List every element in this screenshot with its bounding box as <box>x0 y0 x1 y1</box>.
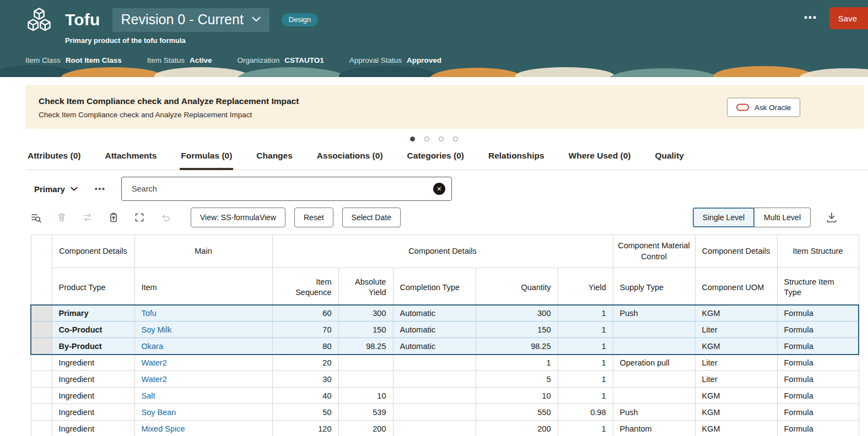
cell-item_sequence: 120 <box>272 421 338 436</box>
ask-oracle-button[interactable]: Ask Oracle <box>727 97 800 117</box>
carousel-dot-2[interactable] <box>424 137 429 141</box>
cell-item: Tofu <box>134 305 272 321</box>
cell-completion_type <box>393 355 476 371</box>
row-selector[interactable] <box>31 305 52 321</box>
revision-selector[interactable]: Revision 0 - Current <box>112 8 269 32</box>
tab-attachments[interactable]: Attachments <box>104 151 158 170</box>
table-row[interactable]: Co-ProductSoy Milk70150Automatic1501Lite… <box>31 321 859 338</box>
table-row[interactable]: IngredientWater22011Operation pullLiterF… <box>31 355 859 371</box>
carousel-dot-3[interactable] <box>439 137 444 141</box>
table-row[interactable]: IngredientMixed Spice1202002001PhantomKG… <box>31 421 859 436</box>
table-row[interactable]: PrimaryTofu60300Automatic3001PushKGMForm… <box>31 305 859 321</box>
search-input[interactable] <box>131 184 427 194</box>
tab-relationships[interactable]: Relationships <box>487 151 546 170</box>
column-header-product_type[interactable]: Product Type <box>52 268 134 305</box>
item-link[interactable]: Soy Bean <box>142 408 176 417</box>
cell-product_type: Ingredient <box>52 371 134 388</box>
column-header-completion_type[interactable]: Completion Type <box>393 268 476 305</box>
tab-formulas-0[interactable]: Formulas (0) <box>180 151 233 170</box>
item-link[interactable]: Salt <box>142 391 155 400</box>
oracle-logo-icon <box>736 103 749 111</box>
table-row[interactable]: IngredientWater23051LiterFormula <box>31 371 859 388</box>
toolbar-buttons: View: SS-formulaViewResetSelect Date <box>171 208 401 227</box>
maximize-icon[interactable] <box>134 212 145 223</box>
column-group-component-material-control: Component Material Control <box>613 235 695 268</box>
cell-quantity: 200 <box>476 421 558 436</box>
item-link[interactable]: Tofu <box>142 309 157 318</box>
cell-item_sequence: 50 <box>272 404 338 421</box>
cell-yield: 1 <box>558 388 613 404</box>
download-icon[interactable] <box>826 211 838 224</box>
item-link[interactable]: Water2 <box>142 358 167 367</box>
row-selector[interactable] <box>31 388 52 404</box>
save-button[interactable]: Save <box>829 7 868 29</box>
carousel-dot-1[interactable] <box>410 137 415 141</box>
row-selector[interactable] <box>31 371 52 388</box>
cell-supply_type <box>613 321 695 338</box>
paste-icon[interactable] <box>108 212 119 223</box>
table-row[interactable]: By-ProductOkara8098.25Automatic98.251KGM… <box>31 338 859 355</box>
column-header-component_uom[interactable]: Component UOM <box>695 268 777 305</box>
cell-component_uom: KGM <box>695 388 777 404</box>
cell-supply_type <box>613 338 695 355</box>
column-header-yield[interactable]: Yield <box>558 268 613 305</box>
column-header-item_sequence[interactable]: Item Sequence <box>272 268 338 305</box>
cell-yield: 1 <box>558 421 613 436</box>
item-link[interactable]: Soy Milk <box>142 325 172 334</box>
cell-item: Salt <box>134 388 272 404</box>
item-link[interactable]: Okara <box>142 342 164 351</box>
meta-item-status: Item StatusActive <box>147 56 212 64</box>
cell-supply_type: Push <box>613 404 695 421</box>
row-selector[interactable] <box>31 338 52 355</box>
formula-view-selector[interactable]: Primary <box>34 184 78 194</box>
reset-button[interactable]: Reset <box>294 208 333 227</box>
tab-attributes-0[interactable]: Attributes (0) <box>26 151 82 170</box>
cell-absolute_yield: 200 <box>338 421 393 436</box>
item-link[interactable]: Mixed Spice <box>142 424 185 433</box>
item-meta: Item ClassRoot Item Class Item StatusAct… <box>25 56 868 64</box>
meta-approval-status: Approval StatusApproved <box>349 56 441 64</box>
column-header-quantity[interactable]: Quantity <box>476 268 558 305</box>
table-row[interactable]: IngredientSoy Bean505395500.98PushKGMFor… <box>31 404 859 421</box>
cell-completion_type: Automatic <box>393 321 476 338</box>
column-header-structure_item_type[interactable]: Structure Item Type <box>777 268 859 305</box>
cell-completion_type <box>393 371 476 388</box>
overflow-menu-button[interactable]: ⋯ <box>94 182 106 195</box>
multi-level-toggle[interactable]: Multi Level <box>754 208 811 227</box>
cell-completion_type <box>393 388 476 404</box>
filter-list-search-icon[interactable] <box>30 212 41 223</box>
item-title: Tofu <box>65 10 100 29</box>
table-row[interactable]: IngredientSalt4010101KGMFormula <box>31 388 859 404</box>
clear-search-icon[interactable]: ✕ <box>433 183 445 195</box>
formula-table-wrap: Component DetailsMainComponent DetailsCo… <box>30 235 868 436</box>
cell-absolute_yield: 98.25 <box>338 338 393 355</box>
cell-component_uom: KGM <box>695 421 777 436</box>
column-header-absolute_yield[interactable]: Absolute Yield <box>338 268 393 305</box>
item-link[interactable]: Water2 <box>142 375 167 384</box>
cell-absolute_yield: 150 <box>338 321 393 338</box>
column-header-item[interactable]: Item <box>134 268 272 305</box>
compliance-banner: Check Item Compliance check and Analyze … <box>25 85 864 129</box>
row-selector[interactable] <box>31 355 52 371</box>
tab-changes[interactable]: Changes <box>255 151 293 170</box>
view-ss-formulaview-button[interactable]: View: SS-formulaView <box>191 208 285 227</box>
row-selector[interactable] <box>31 421 52 436</box>
cell-yield: 1 <box>558 305 613 321</box>
row-selector[interactable] <box>31 404 52 421</box>
tab-associations-0[interactable]: Associations (0) <box>316 151 384 170</box>
select-date-button[interactable]: Select Date <box>342 208 401 227</box>
column-header-supply_type[interactable]: Supply Type <box>613 268 695 305</box>
cell-completion_type: Automatic <box>393 305 476 321</box>
more-actions-button[interactable]: ⋯ <box>804 10 817 25</box>
tab-categories-0[interactable]: Categories (0) <box>406 151 465 170</box>
cell-yield: 1 <box>558 371 613 388</box>
cell-component_uom: Liter <box>695 321 777 338</box>
tab-quality[interactable]: Quality <box>654 151 685 170</box>
cell-quantity: 10 <box>476 388 558 404</box>
row-selector[interactable] <box>31 321 52 338</box>
carousel-dot-4[interactable] <box>453 137 458 141</box>
cell-completion_type <box>393 421 476 436</box>
cell-supply_type <box>613 371 695 388</box>
single-level-toggle[interactable]: Single Level <box>693 208 754 227</box>
tab-where-used-0[interactable]: Where Used (0) <box>568 151 632 170</box>
